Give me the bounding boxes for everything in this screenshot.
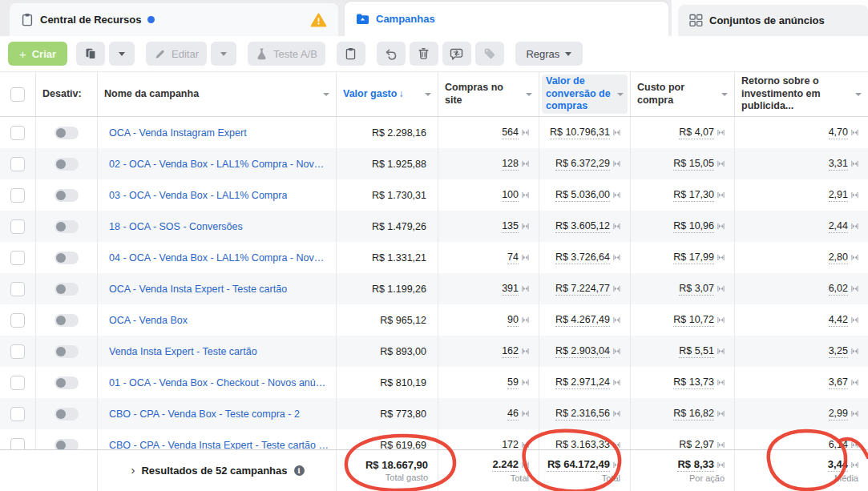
row-checkbox[interactable] xyxy=(10,438,25,450)
campaign-toggle[interactable] xyxy=(55,439,79,450)
campaign-toggle[interactable] xyxy=(55,127,79,139)
row-checkbox[interactable] xyxy=(10,188,25,203)
tag-button[interactable] xyxy=(475,42,504,66)
table-row[interactable]: CBO - CPA - Venda Insta Expert - Teste c… xyxy=(0,429,868,449)
table-row[interactable]: Venda Insta Expert - Teste cartãoR$ 893,… xyxy=(0,336,868,367)
row-checkbox[interactable] xyxy=(10,126,25,140)
regras-button[interactable]: Regras xyxy=(515,42,583,66)
table-row[interactable]: OCA - Venda Insta Expert - Teste cartãoR… xyxy=(0,273,868,304)
column-header-retorno[interactable]: Retorno sobre o investimento em publicid… xyxy=(735,72,868,116)
undo-button[interactable] xyxy=(377,42,406,66)
cost-per-purchase-value[interactable]: R$ 3,07 xyxy=(679,283,714,296)
conversion-value[interactable]: R$ 7.224,77 xyxy=(555,283,610,296)
cost-per-purchase-value[interactable]: R$ 4,07 xyxy=(679,127,714,139)
purchases-value[interactable]: 128 xyxy=(502,158,519,171)
row-checkbox[interactable] xyxy=(10,344,25,359)
column-header-custo-por-compra[interactable]: Custo por compra xyxy=(631,72,735,116)
campaign-name-link[interactable]: CBO - CPA - Venda Insta Expert - Teste c… xyxy=(109,440,329,450)
cost-per-purchase-value[interactable]: R$ 10,72 xyxy=(673,314,714,327)
conversion-value[interactable]: R$ 6.372,29 xyxy=(555,158,610,171)
campaign-toggle[interactable] xyxy=(55,408,79,421)
row-checkbox[interactable] xyxy=(10,376,25,390)
column-header-desativar[interactable]: Desativ: xyxy=(42,88,91,101)
campaign-toggle[interactable] xyxy=(55,283,79,296)
feedback-button[interactable] xyxy=(442,42,471,66)
row-checkbox[interactable] xyxy=(10,313,25,328)
info-icon[interactable]: i xyxy=(294,465,305,476)
duplicate-caret-button[interactable] xyxy=(109,42,135,66)
campaign-name-link[interactable]: 04 - OCA - Venda Box - LAL1% Compra - No… xyxy=(109,252,329,264)
purchases-value[interactable]: 46 xyxy=(507,408,519,421)
expand-chevron-icon[interactable]: › xyxy=(131,464,135,476)
campaign-name-link[interactable]: 03 - OCA - Venda Box - LAL1% Compra xyxy=(109,190,287,201)
tab-central-de-recursos[interactable]: Central de Recursos xyxy=(10,3,338,36)
row-checkbox[interactable] xyxy=(10,407,25,421)
campaign-toggle[interactable] xyxy=(55,345,79,358)
purchases-value[interactable]: 74 xyxy=(507,252,519,264)
teste-ab-button[interactable]: Teste A/B xyxy=(248,42,325,66)
purchases-value[interactable]: 172 xyxy=(502,439,519,450)
cost-per-purchase-value[interactable]: R$ 13,73 xyxy=(673,376,714,389)
roas-value[interactable]: 2,99 xyxy=(829,408,848,421)
row-checkbox[interactable] xyxy=(10,251,25,265)
conversion-value[interactable]: R$ 3.163,33 xyxy=(555,439,610,450)
select-all-checkbox[interactable] xyxy=(10,87,25,102)
column-header-nome[interactable]: Nome da campanha xyxy=(98,72,337,116)
table-row[interactable]: OCA - Venda BoxR$ 965,1290R$ 4.267,49R$ … xyxy=(0,304,868,336)
row-checkbox[interactable] xyxy=(10,282,25,296)
campaign-name-link[interactable]: 18 - OCA - SOS - Conversões xyxy=(109,221,243,232)
column-header-valor-conversao[interactable]: Valor de conversão de compras xyxy=(539,72,631,116)
conversion-value[interactable]: R$ 2.316,56 xyxy=(555,408,610,421)
campaign-name-link[interactable]: CBO - CPA - Venda Box - Teste compra - 2 xyxy=(109,408,300,420)
table-row[interactable]: 01 - OCA - Venda Box - Checkout - Novos … xyxy=(0,367,868,398)
campaign-toggle[interactable] xyxy=(55,314,79,327)
conversion-value[interactable]: R$ 2.971,24 xyxy=(555,376,610,389)
conversion-value[interactable]: R$ 10.796,31 xyxy=(550,127,610,139)
purchases-value[interactable]: 564 xyxy=(502,127,519,139)
cost-per-purchase-value[interactable]: R$ 5,51 xyxy=(679,345,714,358)
purchases-value[interactable]: 100 xyxy=(502,189,519,202)
tab-conjuntos-de-anuncios[interactable]: Conjuntos de anúncios xyxy=(678,5,868,36)
warning-icon[interactable] xyxy=(310,13,327,27)
roas-value[interactable]: 4,70 xyxy=(829,127,848,139)
campaign-toggle[interactable] xyxy=(55,376,79,389)
cost-per-purchase-value[interactable]: R$ 17,30 xyxy=(673,189,714,202)
tab-campanhas[interactable]: Campanhas xyxy=(345,2,668,36)
table-row[interactable]: OCA - Venda Instagram ExpertR$ 2.298,165… xyxy=(0,117,868,148)
roas-value[interactable]: 4,42 xyxy=(829,314,848,327)
paste-button[interactable] xyxy=(337,42,365,66)
conversion-value[interactable]: R$ 5.036,00 xyxy=(555,189,610,202)
criar-button[interactable]: + Criar xyxy=(8,42,67,66)
roas-value[interactable]: 2,91 xyxy=(829,189,848,202)
conversion-value[interactable]: R$ 2.903,04 xyxy=(555,345,610,358)
campaign-toggle[interactable] xyxy=(55,158,79,171)
campaign-toggle[interactable] xyxy=(55,252,79,264)
row-checkbox[interactable] xyxy=(10,157,25,171)
campaign-name-link[interactable]: Venda Insta Expert - Teste cartão xyxy=(109,346,257,357)
column-header-compras[interactable]: Compras no site xyxy=(438,72,539,116)
purchases-value[interactable]: 90 xyxy=(507,314,519,327)
purchases-value[interactable]: 59 xyxy=(507,376,519,389)
campaign-toggle[interactable] xyxy=(55,220,79,233)
roas-value[interactable]: 3,67 xyxy=(829,376,848,389)
cost-per-purchase-value[interactable]: R$ 10,96 xyxy=(673,220,714,233)
campaign-name-link[interactable]: 01 - OCA - Venda Box - Checkout - Novos … xyxy=(109,377,329,388)
campaign-name-link[interactable]: 02 - OCA - Venda Box - LAL1% Compra - No… xyxy=(109,159,329,170)
campaign-name-link[interactable]: OCA - Venda Box xyxy=(109,315,188,326)
cost-per-purchase-value[interactable]: R$ 2,97 xyxy=(679,439,714,450)
roas-value[interactable]: 3,31 xyxy=(829,158,848,171)
roas-value[interactable]: 3,25 xyxy=(829,345,848,358)
roas-value[interactable]: 6,02 xyxy=(829,283,848,296)
cost-per-purchase-value[interactable]: R$ 17,99 xyxy=(673,252,714,264)
purchases-value[interactable]: 135 xyxy=(502,220,519,233)
table-row[interactable]: 03 - OCA - Venda Box - LAL1% CompraR$ 1.… xyxy=(0,179,868,211)
table-row[interactable]: 02 - OCA - Venda Box - LAL1% Compra - No… xyxy=(0,148,868,179)
cost-per-purchase-value[interactable]: R$ 16,82 xyxy=(673,408,714,421)
table-row[interactable]: 04 - OCA - Venda Box - LAL1% Compra - No… xyxy=(0,242,868,273)
conversion-value[interactable]: R$ 3.605,12 xyxy=(555,220,610,233)
roas-value[interactable]: 2,44 xyxy=(829,220,848,233)
column-header-valor-gasto[interactable]: Valor gasto↓ xyxy=(337,72,438,116)
conversion-value[interactable]: R$ 3.726,64 xyxy=(555,252,610,264)
editar-caret-button[interactable] xyxy=(211,42,236,66)
row-checkbox[interactable] xyxy=(10,219,25,234)
